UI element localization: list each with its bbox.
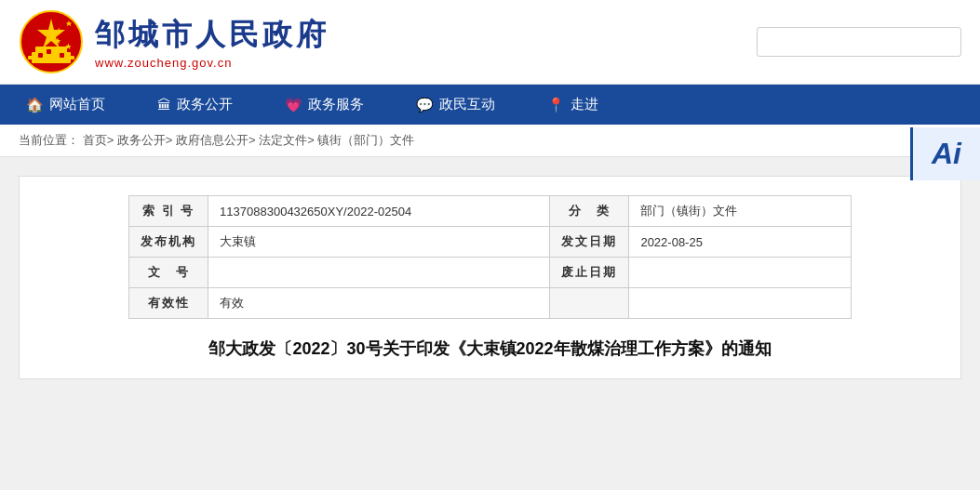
site-header: 邹城市人民政府 www.zoucheng.gov.cn — [0, 0, 980, 85]
svg-rect-9 — [47, 49, 51, 54]
nav-about[interactable]: 📍 走进 — [521, 85, 624, 125]
table-row: 发布机构 大束镇 发文日期 2022-08-25 — [129, 227, 852, 258]
nav-zhengwu[interactable]: 🏛 政务公开 — [131, 85, 259, 125]
main-nav: 🏠 网站首页 🏛 政务公开 💗 政务服务 💬 政民互动 📍 走进 — [0, 85, 980, 125]
home-icon: 🏠 — [26, 97, 44, 113]
service-icon: 💗 — [285, 97, 302, 113]
nav-service[interactable]: 💗 政务服务 — [259, 85, 390, 125]
label-wenhao: 文 号 — [129, 258, 208, 288]
site-title: 邹城市人民政府 — [95, 15, 329, 56]
value-fabujigou: 大束镇 — [208, 227, 550, 258]
search-input[interactable] — [757, 27, 961, 57]
nav-zhengwu-label: 政务公开 — [177, 96, 233, 113]
table-row: 文 号 废止日期 — [129, 258, 852, 288]
content-card: 索 引 号 1137088300432650XY/2022-02504 分 类 … — [19, 176, 961, 379]
nav-home[interactable]: 🏠 网站首页 — [0, 85, 131, 125]
value-fenlei: 部门（镇街）文件 — [629, 196, 851, 227]
zhengwu-icon: 🏛 — [157, 97, 171, 113]
nav-service-label: 政务服务 — [308, 96, 364, 113]
breadcrumb-bar: 当前位置： 首页> 政务公开> 政府信息公开> 法定文件> 镇街（部门）文件 — [0, 125, 980, 157]
value-empty — [629, 288, 851, 319]
nav-about-label: 走进 — [571, 96, 598, 113]
info-table: 索 引 号 1137088300432650XY/2022-02504 分 类 … — [128, 195, 852, 319]
label-fabujigou: 发布机构 — [129, 227, 208, 258]
label-youxiaoxing: 有效性 — [129, 288, 208, 319]
breadcrumb-prefix: 当前位置： — [19, 133, 79, 147]
article-title: 邹大政发〔2022〕30号关于印发《大束镇2022年散煤治理工作方案》的通知 — [38, 338, 942, 360]
logo-area: 邹城市人民政府 www.zoucheng.gov.cn — [19, 9, 329, 74]
value-feizhi — [629, 258, 851, 288]
label-fenlei: 分 类 — [550, 196, 629, 227]
label-fawenriqi: 发文日期 — [550, 227, 629, 258]
value-fawenriqi: 2022-08-25 — [629, 227, 851, 258]
about-icon: 📍 — [547, 97, 565, 113]
nav-interaction-label: 政民互动 — [439, 96, 495, 113]
label-feizhi: 废止日期 — [550, 258, 629, 288]
table-row: 索 引 号 1137088300432650XY/2022-02504 分 类 … — [129, 196, 852, 227]
logo-text: 邹城市人民政府 www.zoucheng.gov.cn — [95, 15, 329, 70]
value-wenhao — [208, 258, 550, 288]
interaction-icon: 💬 — [416, 97, 434, 113]
label-empty — [550, 288, 629, 319]
value-suoyinhao: 1137088300432650XY/2022-02504 — [208, 196, 550, 227]
search-area[interactable] — [757, 27, 961, 57]
svg-rect-10 — [38, 53, 43, 58]
breadcrumb-path: 首页> 政务公开> 政府信息公开> 法定文件> 镇街（部门）文件 — [83, 133, 415, 147]
svg-rect-8 — [28, 56, 74, 60]
table-row: 有效性 有效 — [129, 288, 852, 319]
nav-interaction[interactable]: 💬 政民互动 — [390, 85, 521, 125]
value-youxiaoxing: 有效 — [208, 288, 550, 319]
main-content: 索 引 号 1137088300432650XY/2022-02504 分 类 … — [0, 157, 980, 398]
government-emblem — [19, 9, 84, 74]
svg-rect-11 — [60, 53, 64, 58]
nav-home-label: 网站首页 — [49, 96, 105, 113]
label-suoyinhao: 索 引 号 — [129, 196, 208, 227]
site-url: www.zoucheng.gov.cn — [95, 56, 329, 70]
ai-badge: Ai — [910, 127, 980, 180]
